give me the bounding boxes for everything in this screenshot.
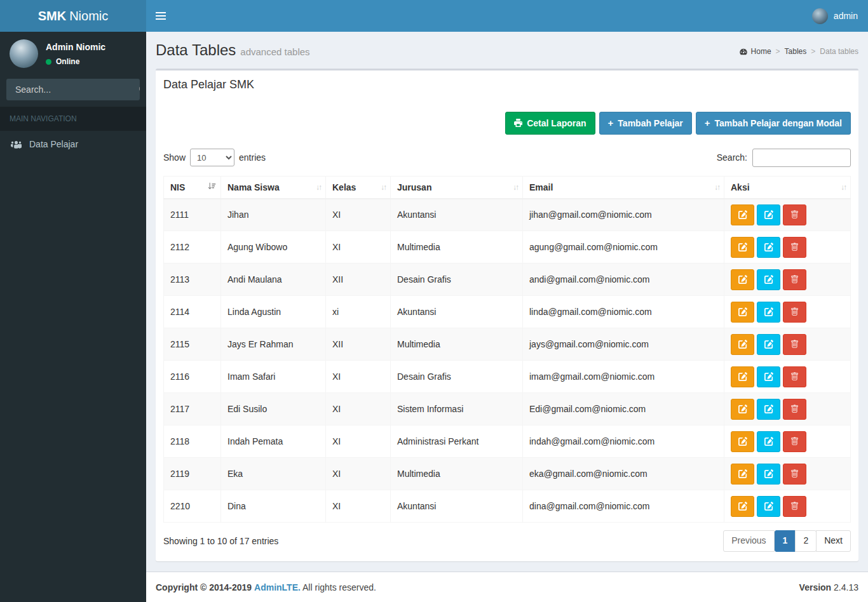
pagination-next[interactable]: Next bbox=[816, 530, 851, 552]
sidebar-toggle-button[interactable] bbox=[146, 0, 175, 32]
cell-aksi bbox=[724, 393, 851, 425]
data-box: Data Pelajar SMK Cetal Laporan + Tambah … bbox=[156, 69, 858, 561]
trash-icon bbox=[790, 405, 799, 413]
edit-alt-button[interactable] bbox=[757, 399, 780, 420]
table-row: 2115Jays Er RahmanXIIMultimediajays@gmai… bbox=[164, 328, 851, 361]
pagination-previous[interactable]: Previous bbox=[723, 530, 774, 552]
edit-alt-button[interactable] bbox=[757, 237, 780, 258]
edit-alt-button[interactable] bbox=[757, 204, 780, 225]
table-search-input[interactable] bbox=[752, 149, 851, 167]
adminlte-link[interactable]: AdminLTE. bbox=[254, 582, 301, 592]
table-row: 2118Indah PemataXIAdministrasi Perkantin… bbox=[164, 425, 851, 458]
edit-button[interactable] bbox=[731, 399, 754, 420]
edit-icon bbox=[764, 340, 773, 349]
delete-button[interactable] bbox=[783, 464, 806, 485]
cell-aksi bbox=[724, 458, 851, 490]
version-info: Version 2.4.13 bbox=[799, 582, 858, 592]
add-student-modal-button[interactable]: + Tambah Pelajar dengan Modal bbox=[696, 112, 851, 135]
edit-button[interactable] bbox=[731, 496, 754, 517]
main-content: Data Pelajar SMK Cetal Laporan + Tambah … bbox=[146, 69, 868, 584]
breadcrumb-home[interactable]: Home bbox=[739, 47, 771, 56]
sidebar-search-input[interactable] bbox=[6, 79, 139, 100]
entries-select[interactable]: 10 bbox=[190, 149, 234, 166]
cell-jurusan: Multimedia bbox=[391, 328, 523, 361]
pagination-page-1[interactable]: 1 bbox=[775, 530, 796, 552]
trash-icon bbox=[790, 243, 799, 251]
edit-alt-button[interactable] bbox=[757, 334, 780, 355]
delete-button[interactable] bbox=[783, 334, 806, 355]
delete-button[interactable] bbox=[783, 431, 806, 452]
box-header: Data Pelajar SMK bbox=[156, 70, 858, 97]
edit-icon bbox=[738, 340, 747, 349]
breadcrumb-tables[interactable]: Tables bbox=[785, 47, 807, 56]
cell-jurusan: Akuntansi bbox=[391, 296, 523, 328]
edit-button[interactable] bbox=[731, 464, 754, 485]
column-header-aksi[interactable]: Aksi↓↑ bbox=[724, 176, 851, 199]
delete-button[interactable] bbox=[783, 302, 806, 323]
print-report-button[interactable]: Cetal Laporan bbox=[505, 112, 595, 135]
column-header-kelas[interactable]: Kelas↓↑ bbox=[326, 176, 391, 199]
sidebar-user-status[interactable]: Online bbox=[46, 57, 105, 66]
breadcrumb: Home > Tables > Data tables bbox=[739, 47, 858, 56]
sidebar-user-panel: Admin Niomic Online bbox=[0, 32, 146, 76]
edit-alt-button[interactable] bbox=[757, 302, 780, 323]
brand-bold: SMK bbox=[38, 9, 66, 23]
delete-button[interactable] bbox=[783, 237, 806, 258]
edit-button[interactable] bbox=[731, 334, 754, 355]
cell-email: jays@gmail.com@niomic.com bbox=[523, 328, 724, 361]
edit-button[interactable] bbox=[731, 302, 754, 323]
delete-button[interactable] bbox=[783, 496, 806, 517]
cell-kelas: XI bbox=[326, 231, 391, 264]
cell-jurusan: Akuntansi bbox=[391, 199, 523, 231]
sidebar-item-data-pelajar[interactable]: Data Pelajar bbox=[0, 131, 146, 157]
main-header: SMK Niomic admin bbox=[0, 0, 868, 32]
column-label: Aksi bbox=[731, 182, 750, 192]
sidebar-nav-header: MAIN NAVIGATION bbox=[0, 107, 146, 131]
edit-button[interactable] bbox=[731, 269, 754, 290]
column-header-email[interactable]: Email↓↑ bbox=[523, 176, 724, 199]
delete-button[interactable] bbox=[783, 366, 806, 387]
trash-icon bbox=[790, 307, 799, 316]
column-header-nis[interactable]: NIS bbox=[164, 176, 221, 199]
cell-kelas: XI bbox=[326, 199, 391, 231]
edit-button[interactable] bbox=[731, 204, 754, 225]
column-header-jurusan[interactable]: Jurusan↓↑ bbox=[391, 176, 523, 199]
edit-button[interactable] bbox=[731, 366, 754, 387]
search-label: Search: bbox=[717, 152, 747, 163]
cell-aksi bbox=[724, 231, 851, 264]
delete-button[interactable] bbox=[783, 204, 806, 225]
hamburger-icon bbox=[156, 12, 166, 13]
edit-alt-button[interactable] bbox=[757, 366, 780, 387]
edit-alt-button[interactable] bbox=[757, 496, 780, 517]
page-title: Data Tablesadvanced tables bbox=[156, 41, 310, 58]
box-title: Data Pelajar SMK bbox=[163, 78, 254, 91]
brand-rest: Niomic bbox=[69, 9, 108, 23]
edit-button[interactable] bbox=[731, 237, 754, 258]
cell-nis: 2115 bbox=[164, 328, 221, 361]
pagination-page-2[interactable]: 2 bbox=[795, 530, 817, 552]
sidebar-search-button[interactable] bbox=[139, 79, 140, 100]
brand-logo[interactable]: SMK Niomic bbox=[0, 0, 146, 32]
edit-icon bbox=[764, 469, 773, 478]
edit-button[interactable] bbox=[731, 431, 754, 452]
main-footer: Copyright © 2014-2019 AdminLTE. All righ… bbox=[146, 572, 868, 602]
user-menu[interactable]: admin bbox=[802, 0, 868, 32]
delete-button[interactable] bbox=[783, 269, 806, 290]
table-row: 2119EkaXIMultimediaeka@gmail.com@niomic.… bbox=[164, 458, 851, 490]
add-student-button[interactable]: + Tambah Pelajar bbox=[599, 112, 692, 135]
edit-alt-button[interactable] bbox=[757, 431, 780, 452]
edit-icon bbox=[738, 275, 747, 284]
cell-email: eka@gmail.com@niomic.com bbox=[523, 458, 724, 490]
table-row: 2113Andi MaulanaXIIDesain Grafisandi@gma… bbox=[164, 264, 851, 296]
column-label: Kelas bbox=[332, 182, 356, 192]
sidebar: Admin Niomic Online MAIN NAVIGATION Data… bbox=[0, 0, 146, 602]
sort-both-icon: ↓↑ bbox=[841, 183, 846, 192]
column-header-nama[interactable]: Nama Siswa↓↑ bbox=[221, 176, 326, 199]
delete-button[interactable] bbox=[783, 399, 806, 420]
search-icon bbox=[139, 85, 140, 94]
edit-alt-button[interactable] bbox=[757, 464, 780, 485]
cell-nis: 2118 bbox=[164, 425, 221, 458]
pagination: Previous 12 Next bbox=[723, 530, 851, 552]
cell-nis: 2117 bbox=[164, 393, 221, 425]
edit-alt-button[interactable] bbox=[757, 269, 780, 290]
